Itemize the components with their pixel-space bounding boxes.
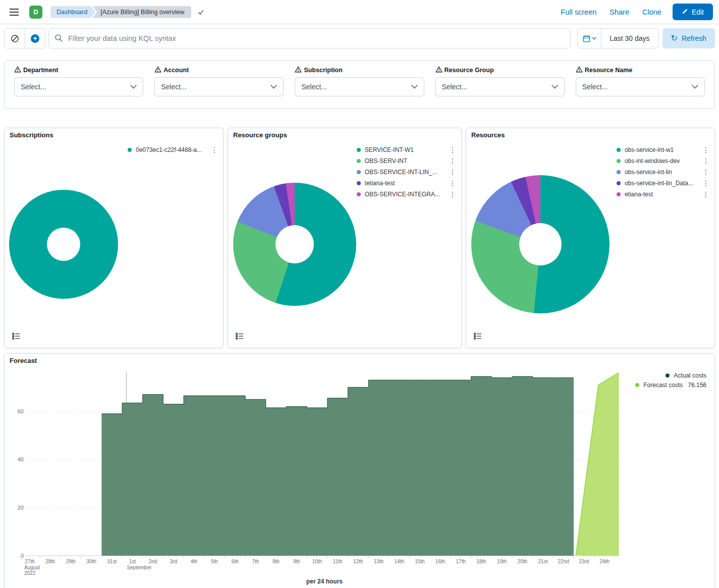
legend-color-dot	[635, 383, 639, 387]
refresh-icon: ↻	[671, 34, 678, 42]
disable-filters-icon[interactable]	[5, 29, 25, 48]
query-bar: + Last 30 days ↻ Refresh	[4, 28, 715, 48]
donut-chart[interactable]	[233, 183, 356, 306]
x-axis-label: 21st	[538, 559, 548, 564]
legend-item[interactable]: tetiana-test⋮	[357, 178, 456, 189]
donut-hole	[275, 225, 314, 263]
legend-item-label[interactable]: OBS-SERV-INT	[365, 157, 407, 165]
calendar-icon[interactable]	[578, 29, 601, 48]
legend-color-dot	[617, 148, 621, 152]
legend-item[interactable]: OBS-SERVICE-INT-LIN_...⋮	[357, 167, 456, 178]
department-select[interactable]: Select...	[14, 77, 143, 96]
kebab-menu-icon[interactable]: ⋮	[440, 191, 456, 198]
x-axis-label: 2nd	[149, 559, 157, 564]
share-link[interactable]: Share	[610, 8, 629, 16]
chevron-down-icon	[592, 37, 596, 40]
legend-item[interactable]: etiana-test⋮	[617, 189, 709, 200]
y-axis-label: 40	[18, 456, 24, 462]
legend-item[interactable]: Forecast costs 76.156	[635, 382, 706, 389]
legend-color-dot	[666, 373, 670, 378]
refresh-button[interactable]: ↻ Refresh	[662, 28, 715, 48]
resource-group-select[interactable]: Select...	[435, 77, 565, 96]
x-axis-label: 30th	[86, 559, 96, 564]
legend-item-label[interactable]: OBS-SERVICE-INTEGRA...	[365, 191, 440, 198]
pencil-icon	[682, 8, 688, 16]
legend-item[interactable]: obs-int-windows-dev⋮	[617, 155, 709, 167]
legend-item-label[interactable]: obs-service-int-lin	[625, 169, 672, 176]
forecast-chart[interactable]: 020406027th28th29th30th31st1st2nd3rd4th5…	[5, 354, 714, 584]
x-axis-month-label: August	[24, 565, 40, 570]
x-axis-label: 8th	[272, 559, 280, 564]
kebab-menu-icon[interactable]: ⋮	[693, 180, 709, 187]
legend-toggle-icon[interactable]	[471, 330, 484, 343]
time-range-value[interactable]: Last 30 days	[601, 29, 657, 48]
chevron-down-icon	[270, 85, 277, 89]
account-select[interactable]: Select...	[154, 77, 284, 96]
add-filter-icon[interactable]: +	[25, 29, 45, 48]
legend-item-label[interactable]: obs-service-int-lin_Data...	[625, 180, 693, 187]
legend-item-label[interactable]: tetiana-test	[365, 180, 395, 187]
control-department: Department Select...	[14, 66, 143, 96]
x-axis-label: 16th	[435, 559, 445, 564]
legend-item-label[interactable]: etiana-test	[625, 191, 653, 198]
legend-item-label[interactable]: SERVICE-INT-W1	[365, 146, 414, 153]
chevron-down-icon	[692, 85, 698, 89]
kebab-menu-icon[interactable]: ⋮	[440, 169, 456, 176]
legend-item-label[interactable]: OBS-SERVICE-INT-LIN_...	[365, 169, 437, 176]
subscription-select[interactable]: Select...	[295, 77, 424, 96]
dashboard-controls: Department Select... Account Select... S…	[4, 61, 715, 109]
legend-item-label[interactable]: 0e073ec1-c22f-4488-a...	[136, 146, 202, 153]
legend-item[interactable]: obs-service-int-w1⋮	[617, 144, 709, 155]
kebab-menu-icon[interactable]: ⋮	[693, 191, 709, 198]
legend-color-dot	[357, 181, 361, 185]
x-axis-label: 24th	[599, 559, 609, 564]
kebab-menu-icon[interactable]: ⋮	[693, 169, 709, 176]
actual-costs-area	[101, 377, 574, 556]
kebab-menu-icon[interactable]: ⋮	[440, 180, 456, 187]
legend-item-label[interactable]: obs-int-windows-dev	[625, 157, 680, 165]
x-axis-label: 3rd	[170, 559, 177, 564]
legend-item[interactable]: obs-service-int-lin⋮	[617, 167, 709, 178]
clone-link[interactable]: Clone	[642, 8, 661, 16]
search-input[interactable]	[48, 28, 571, 48]
breadcrumb-current[interactable]: [Azure Billing] Billing overview	[92, 6, 191, 18]
control-account: Account Select...	[154, 66, 284, 96]
donut-legend: 0e073ec1-c22f-4488-a...⋮	[128, 144, 218, 155]
resource-name-select[interactable]: Select...	[576, 77, 705, 96]
x-axis-label: 19th	[497, 559, 507, 564]
chevron-down-icon	[551, 85, 558, 89]
space-avatar[interactable]: D	[29, 6, 42, 19]
kebab-menu-icon[interactable]: ⋮	[693, 157, 709, 165]
legend-item[interactable]: obs-service-int-lin_Data...⋮	[617, 178, 709, 189]
legend-item[interactable]: 0e073ec1-c22f-4488-a...⋮	[128, 144, 218, 155]
legend-toggle-icon[interactable]	[10, 330, 23, 343]
x-axis-label: 11th	[333, 559, 343, 564]
legend-item[interactable]: SERVICE-INT-W1⋮	[357, 144, 456, 155]
donut-chart[interactable]	[471, 175, 610, 313]
x-axis-label: 15th	[415, 559, 424, 564]
donut-chart[interactable]	[9, 190, 118, 299]
warning-icon	[435, 66, 443, 74]
edit-button[interactable]: Edit	[673, 4, 713, 20]
menu-icon[interactable]	[6, 4, 22, 20]
panel-resource-groups: Resource groups SERVICE-INT-W1⋮OBS-SERV-…	[228, 128, 462, 348]
warning-icon	[576, 66, 583, 74]
kebab-menu-icon[interactable]: ⋮	[202, 146, 218, 153]
control-subscription: Subscription Select...	[295, 66, 424, 96]
legend-item-label[interactable]: obs-service-int-w1	[625, 146, 674, 153]
legend-color-dot	[128, 148, 132, 152]
breadcrumb-dashboard[interactable]: Dashboard	[50, 6, 95, 18]
legend-item[interactable]: Actual costs	[635, 372, 706, 379]
full-screen-link[interactable]: Full screen	[561, 8, 596, 16]
x-axis-label: 1st	[129, 559, 136, 564]
legend-color-dot	[357, 170, 361, 174]
legend-color-dot	[617, 170, 621, 174]
x-axis-label: 18th	[476, 559, 486, 564]
kebab-menu-icon[interactable]: ⋮	[693, 146, 709, 153]
legend-item[interactable]: OBS-SERVICE-INTEGRA...⋮	[357, 189, 456, 200]
legend-toggle-icon[interactable]	[233, 330, 246, 343]
kebab-menu-icon[interactable]: ⋮	[440, 146, 456, 153]
legend-item[interactable]: OBS-SERV-INT⋮	[357, 155, 456, 167]
legend-color-dot	[357, 148, 361, 152]
kebab-menu-icon[interactable]: ⋮	[440, 157, 456, 165]
